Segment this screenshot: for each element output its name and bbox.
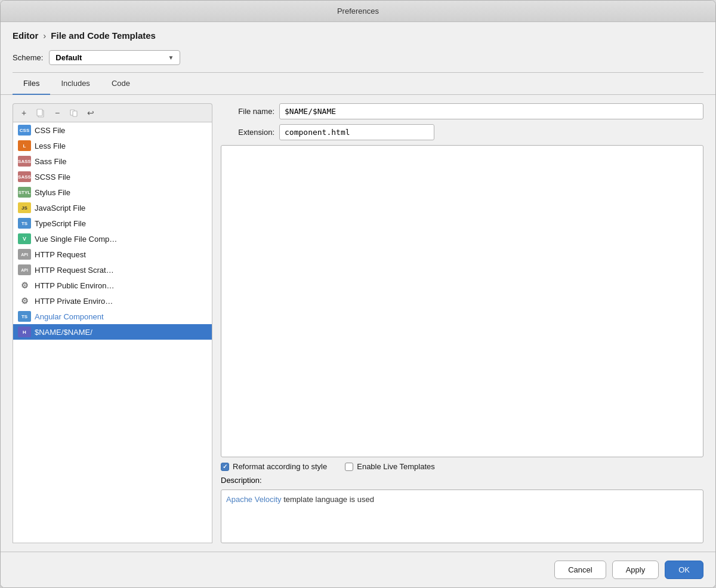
scheme-row: Scheme: Default ▼	[1, 47, 715, 72]
list-item[interactable]: STYL Stylus File	[13, 184, 212, 200]
list-item[interactable]: TS TypeScript File	[13, 216, 212, 231]
apache-velocity-link[interactable]: Apache Velocity	[226, 495, 282, 504]
js-icon: JS	[18, 202, 31, 213]
description-text: template language is used	[282, 495, 374, 504]
api-icon: API	[18, 264, 31, 275]
file-item-label: Sass File	[35, 157, 66, 166]
remove-template-button[interactable]: −	[50, 106, 64, 119]
tab-includes[interactable]: Includes	[50, 73, 100, 95]
list-item[interactable]: ⚙ HTTP Public Environ…	[13, 278, 212, 293]
scss-icon: SASS	[18, 171, 31, 182]
dialog-title: Preferences	[337, 7, 379, 16]
css-icon: CSS	[18, 125, 31, 136]
list-item[interactable]: ⚙ HTTP Private Enviro…	[13, 293, 212, 309]
breadcrumb-part2: File and Code Templates	[51, 30, 156, 41]
main-content: + − ↩ CSS	[1, 95, 715, 552]
list-item[interactable]: API HTTP Request Scrat…	[13, 262, 212, 278]
list-item[interactable]: CSS CSS File	[13, 122, 212, 138]
title-bar: Preferences	[1, 1, 715, 22]
file-item-label: TypeScript File	[35, 219, 86, 228]
list-item[interactable]: API HTTP Request	[13, 247, 212, 262]
stylus-icon: STYL	[18, 187, 31, 198]
file-name-input[interactable]	[279, 103, 703, 119]
file-name-label: File name:	[221, 107, 274, 116]
file-item-label: $NAME/$NAME/	[35, 328, 92, 337]
cancel-button[interactable]: Cancel	[554, 561, 606, 579]
list-item[interactable]: SASS SCSS File	[13, 169, 212, 184]
list-item[interactable]: SASS Sass File	[13, 153, 212, 169]
live-templates-label: Enable Live Templates	[357, 462, 435, 471]
duplicate-template-button[interactable]	[67, 106, 81, 119]
live-templates-checkbox[interactable]: Enable Live Templates	[345, 462, 435, 471]
ts-icon: TS	[18, 218, 31, 229]
description-box: Apache Velocity template language is use…	[221, 490, 703, 543]
svg-rect-3	[73, 111, 77, 116]
chevron-down-icon: ▼	[168, 54, 174, 61]
description-label: Description:	[221, 476, 703, 485]
apply-button[interactable]: Apply	[612, 561, 659, 579]
ok-button[interactable]: OK	[665, 561, 703, 579]
tab-files[interactable]: Files	[13, 73, 50, 95]
scheme-label: Scheme:	[13, 53, 43, 62]
api-icon: API	[18, 249, 31, 260]
file-item-label: SCSS File	[35, 173, 70, 181]
extension-label: Extension:	[221, 128, 274, 137]
html-icon: H	[18, 327, 31, 337]
vue-icon: V	[18, 233, 31, 244]
file-item-label: Angular Component	[35, 312, 104, 321]
tab-code[interactable]: Code	[101, 73, 141, 95]
ts-icon: TS	[18, 311, 31, 322]
extension-row: Extension:	[221, 124, 703, 140]
sass-icon: SASS	[18, 156, 31, 167]
file-list: CSS CSS File L Less File SASS Sass File …	[13, 122, 212, 543]
file-name-row: File name:	[221, 103, 703, 119]
scheme-dropdown[interactable]: Default ▼	[49, 50, 180, 65]
copy-template-button[interactable]	[33, 106, 48, 119]
reformat-checkbox[interactable]: ✓ Reformat according to style	[221, 462, 327, 471]
file-item-label: Stylus File	[35, 188, 70, 197]
file-item-label: HTTP Request Scrat…	[35, 266, 114, 275]
scheme-value: Default	[55, 53, 82, 62]
left-panel: + − ↩ CSS	[13, 103, 212, 543]
reformat-checkbox-box: ✓	[221, 463, 229, 471]
list-item[interactable]: H $NAME/$NAME/	[13, 324, 212, 340]
file-item-label: HTTP Request	[35, 250, 86, 259]
gear-icon: ⚙	[18, 280, 31, 291]
list-item[interactable]: TS Angular Component	[13, 309, 212, 324]
bottom-bar: Cancel Apply OK	[1, 552, 715, 587]
list-item[interactable]: JS JavaScript File	[13, 200, 212, 216]
breadcrumb: Editor › File and Code Templates	[1, 22, 715, 47]
live-templates-checkbox-box	[345, 463, 353, 471]
list-item[interactable]: V Vue Single File Comp…	[13, 231, 212, 247]
file-item-label: Vue Single File Comp…	[35, 235, 117, 244]
list-item[interactable]: L Less File	[13, 138, 212, 153]
tabs-row: Files Includes Code	[1, 73, 715, 95]
file-item-label: HTTP Private Enviro…	[35, 297, 113, 306]
preferences-dialog: Preferences Editor › File and Code Templ…	[0, 0, 716, 588]
add-template-button[interactable]: +	[17, 106, 31, 119]
file-list-toolbar: + − ↩	[13, 103, 212, 122]
svg-rect-1	[37, 109, 42, 116]
reset-template-button[interactable]: ↩	[84, 106, 98, 119]
breadcrumb-separator: ›	[43, 30, 46, 41]
file-item-label: CSS File	[35, 126, 65, 135]
checkboxes-row: ✓ Reformat according to style Enable Liv…	[221, 462, 703, 471]
breadcrumb-part1: Editor	[13, 30, 38, 41]
file-item-label: HTTP Public Environ…	[35, 281, 114, 290]
gear-icon: ⚙	[18, 295, 31, 306]
right-panel: File name: Extension: ✓ Reformat accordi…	[221, 103, 703, 543]
file-item-label: JavaScript File	[35, 204, 85, 213]
less-icon: L	[18, 140, 31, 151]
file-item-label: Less File	[35, 141, 66, 150]
reformat-label: Reformat according to style	[233, 462, 327, 471]
template-editor[interactable]	[221, 145, 703, 457]
extension-input[interactable]	[279, 124, 434, 140]
